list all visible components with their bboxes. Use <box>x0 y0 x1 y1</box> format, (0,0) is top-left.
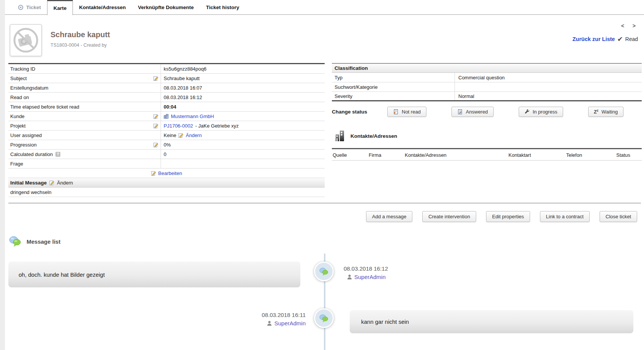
person-icon <box>347 274 352 280</box>
user-assigned-change-link[interactable]: Ändern <box>186 132 202 138</box>
edit-icon[interactable] <box>153 123 158 128</box>
col-status: Status <box>616 152 642 158</box>
edit-icon[interactable] <box>178 133 183 138</box>
col-kontaktart: Kontaktart <box>508 152 565 158</box>
status-answered-button[interactable]: Answered <box>451 107 494 117</box>
message-author-link[interactable]: SuperAdmin <box>274 320 306 326</box>
time-elapsed-value: 00:04 <box>164 104 176 110</box>
company-icon <box>164 114 169 119</box>
sleep-icon: Zz <box>594 109 598 114</box>
edit-icon[interactable] <box>151 171 156 176</box>
progression-value: 0% <box>164 142 171 148</box>
col-telefon: Telefon <box>565 152 616 158</box>
tab-dokumente-label: Verknüpfte Dokumente <box>138 5 194 10</box>
tab-kontakte-adressen[interactable]: Kontakte/Adressen <box>73 0 132 14</box>
speech-bubbles-icon <box>319 314 328 322</box>
message-list-title: Message list <box>27 238 60 245</box>
edit-properties-button[interactable]: Edit properties <box>486 211 530 222</box>
close-ticket-button[interactable]: Close ticket <box>600 211 637 222</box>
subject-value: Schraube kaputt <box>164 76 200 81</box>
kunde-label: Kunde <box>10 114 25 119</box>
timeline-node <box>314 308 334 328</box>
initial-message-header: Initial Message Ändern <box>8 178 325 188</box>
row-time-elapsed: Time elapsed before ticket read 00:04 <box>8 102 325 112</box>
ticket-pager: < > <box>621 23 636 29</box>
frage-label: Frage <box>10 161 23 167</box>
tab-ticket-history[interactable]: Ticket history <box>200 0 245 14</box>
speech-bubbles-icon <box>9 236 21 247</box>
change-status-row: Change status Not read Answered In progr… <box>332 106 642 118</box>
tab-karte-label: Karte <box>54 5 67 11</box>
contacts-section-header: Kontakte/Adressen <box>335 130 397 142</box>
row-erstellungsdatum: Erstellungsdatum 08.03.2018 16:07 <box>8 83 325 93</box>
ticket-detail-page: Ticket Karte Kontakte/Adressen Verknüpft… <box>0 0 644 350</box>
calculated-duration-label: Calculated duration <box>10 151 53 157</box>
row-projekt: Projekt PJ1706-0002 - JaKe Getriebe xyz <box>8 121 325 131</box>
row-calculated-duration: Calculated duration ? 0 <box>8 150 325 159</box>
title-block: Schraube kaputt TS1803-0004 - Created by <box>51 30 110 48</box>
tracking-id-label: Tracking ID <box>10 66 35 72</box>
read-on-label: Read on <box>10 95 29 100</box>
edit-icon[interactable] <box>153 76 158 81</box>
calculated-duration-value: 0 <box>164 151 166 157</box>
row-subject: Subject Schraube kaputt <box>8 74 325 83</box>
status-not-read-button[interactable]: Not read <box>387 107 426 117</box>
tab-verknuepfte-dokumente[interactable]: Verknüpfte Dokumente <box>132 0 200 14</box>
row-tracking-id: Tracking ID ks5u6gnzz884poq6 <box>8 64 325 74</box>
status-in-progress-button[interactable]: In progress <box>519 107 563 117</box>
document-check-icon <box>457 109 463 115</box>
bearbeiten-link[interactable]: Bearbeiten <box>158 170 182 176</box>
next-ticket-button[interactable]: > <box>633 23 636 29</box>
prev-ticket-button[interactable]: < <box>621 23 624 29</box>
kunde-link[interactable]: Mustermann GmbH <box>171 114 214 119</box>
contacts-divider <box>332 148 642 149</box>
col-firma: Firma <box>368 152 404 158</box>
projekt-name: - JaKe Getriebe xyz <box>195 123 238 129</box>
severity-value: Normal <box>455 93 474 99</box>
row-frage: Frage <box>8 159 325 169</box>
time-elapsed-label: Time elapsed before ticket read <box>10 104 79 110</box>
read-on-value: 08.03.2018 16:12 <box>164 95 202 100</box>
tracking-id-value: ks5u6gnzz884poq6 <box>164 66 207 72</box>
ticket-actions: Add a message Create intervention Edit p… <box>366 211 637 222</box>
initial-message-text: dringend wechseln <box>10 189 51 195</box>
progression-label: Progression <box>10 142 36 148</box>
read-status-label: Read <box>625 36 638 42</box>
typ-label: Typ <box>332 73 455 82</box>
change-status-buttons: Not read Answered In progress Zz Waiting <box>387 107 642 117</box>
edit-icon[interactable] <box>153 114 158 119</box>
tab-ticket[interactable]: Ticket <box>12 0 47 14</box>
created-label: Erstellungsdatum <box>10 85 48 91</box>
severity-label: Severity <box>332 92 455 100</box>
status-waiting-button[interactable]: Zz Waiting <box>588 107 623 117</box>
message-bubble: kann gar nicht sein <box>350 310 633 333</box>
change-status-label: Change status <box>332 109 387 115</box>
message-author-link[interactable]: SuperAdmin <box>354 274 386 280</box>
add-message-button[interactable]: Add a message <box>366 211 412 222</box>
created-value: 08.03.2018 16:07 <box>164 85 202 91</box>
back-to-list-link[interactable]: Zurück zur Liste <box>572 36 615 42</box>
message-text: kann gar nicht sein <box>361 318 409 325</box>
edit-icon[interactable] <box>49 180 54 185</box>
create-intervention-button[interactable]: Create intervention <box>422 211 476 222</box>
tab-ticket-label: Ticket <box>26 5 41 10</box>
message-timestamp: 08.03.2018 16:12 <box>344 265 388 272</box>
ticket-details-table: Tracking ID ks5u6gnzz884poq6 Subject Sch… <box>8 63 325 197</box>
help-icon[interactable]: ? <box>55 152 60 157</box>
link-contract-button[interactable]: Link to a contract <box>540 211 590 222</box>
projekt-label: Projekt <box>10 123 25 129</box>
section-divider <box>8 203 641 203</box>
left-gutter <box>0 0 5 350</box>
row-read-on: Read on 08.03.2018 16:12 <box>8 93 325 102</box>
initial-message-row: dringend wechseln <box>8 188 325 197</box>
speech-bubbles-icon <box>319 268 328 276</box>
projekt-link[interactable]: PJ1706-0002 <box>164 123 193 129</box>
tab-karte[interactable]: Karte <box>47 0 73 15</box>
initial-message-change-link[interactable]: Ändern <box>57 180 73 186</box>
message-meta: 08.03.2018 16:12 SuperAdmin <box>344 265 388 280</box>
edit-icon[interactable] <box>153 142 158 147</box>
row-progression: Progression 0% <box>8 140 325 150</box>
message-bubble: oh, doch. kunde hat Bilder gezeigt <box>8 262 300 287</box>
message-timestamp: 08.03.2018 16:11 <box>262 312 306 318</box>
page-title: Schraube kaputt <box>51 30 110 39</box>
